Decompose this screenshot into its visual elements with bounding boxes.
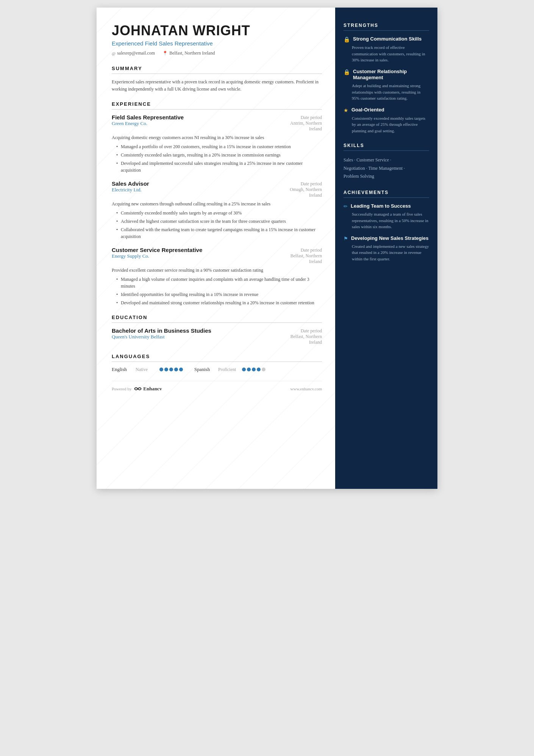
education-title: EDUCATION [112, 315, 322, 320]
job-company-3: Energy Supply Co. [112, 253, 149, 259]
strength-desc-2: Adept at building and maintaining strong… [344, 83, 429, 102]
experience-divider [112, 109, 322, 110]
strength-header-2: 🔒 Customer Relationship Management [344, 69, 429, 81]
strength-title-2: Customer Relationship Management [353, 69, 429, 81]
summary-divider [112, 74, 322, 74]
strength-item-1: 🔒 Strong Communication Skills Proven tra… [344, 36, 429, 63]
strength-header-1: 🔒 Strong Communication Skills [344, 36, 429, 43]
edu-institution-row: Queen's University Belfast Belfast, Nort… [112, 334, 322, 345]
job-desc-3: Provided excellent customer service resu… [112, 267, 322, 274]
bullet-item: Achieved the highest customer satisfacti… [116, 218, 322, 225]
language-english: English Native [112, 366, 183, 373]
email-text: salesrep@email.com [117, 50, 155, 56]
job-title-3: Customer Service Representative [112, 247, 202, 253]
resume-container: JOHNATAN WRIGHT Experienced Field Sales … [97, 8, 437, 489]
languages-divider [112, 362, 322, 362]
strength-desc-3: Consistently exceeded monthly sales targ… [344, 115, 429, 134]
edu-location-1: Belfast, NorthernIreland [290, 334, 322, 345]
languages-section: LANGUAGES English Native [112, 354, 322, 373]
dot [242, 368, 246, 371]
experience-title: EXPERIENCE [112, 101, 322, 107]
lang-level-spanish: Proficient [218, 367, 239, 373]
job-location-1: Antrim, NorthernIreland [290, 121, 322, 132]
bullet-item: Managed a high volume of customer inquir… [116, 276, 322, 290]
strength-header-3: ★ Goal-Oriented [344, 107, 429, 114]
strength-desc-1: Proven track record of effective communi… [344, 44, 429, 63]
footer-url: www.enhancv.com [290, 387, 322, 391]
achievements-title: ACHIEVEMENTS [344, 190, 429, 195]
language-spanish: Spanish Proficient [194, 366, 265, 373]
sidebar: STRENGTHS 🔒 Strong Communication Skills … [335, 8, 437, 489]
languages-title: LANGUAGES [112, 354, 322, 359]
job-company-2: Electricity Ltd. [112, 187, 142, 193]
strength-item-3: ★ Goal-Oriented Consistently exceeded mo… [344, 107, 429, 134]
dot [257, 368, 261, 371]
job-header-2: Sales Advisor Date period [112, 180, 322, 187]
location-text: Belfast, Northern Ireland [169, 50, 215, 56]
skills-title: SKILLS [344, 143, 429, 148]
job-item-3: Customer Service Representative Date per… [112, 247, 322, 306]
dot [179, 368, 183, 371]
candidate-title: Experienced Field Sales Representative [112, 40, 322, 47]
achievement-desc-2: Created and implemented a new sales stra… [344, 243, 429, 262]
edu-degree-1: Bachelor of Arts in Business Studies [112, 327, 211, 334]
strengths-section: STRENGTHS 🔒 Strong Communication Skills … [344, 23, 429, 134]
skills-line-2: Negotiation · Time Management · [344, 166, 405, 171]
contact-info: @ salesrep@email.com 📍 Belfast, Northern… [112, 50, 322, 56]
achievement-title-1: Leading Team to Success [351, 203, 411, 210]
job-company-1: Green Energy Co. [112, 121, 147, 127]
brand-name: Enhancv [143, 386, 162, 392]
location-icon: 📍 [162, 51, 168, 56]
job-desc-2: Acquiring new customers through outbound… [112, 200, 322, 207]
job-bullets-3: Managed a high volume of customer inquir… [112, 276, 322, 306]
summary-text: Experienced sales representative with a … [112, 78, 322, 93]
education-item-1: Bachelor of Arts in Business Studies Dat… [112, 327, 322, 345]
email-icon: @ [112, 51, 116, 56]
job-title-2: Sales Advisor [112, 180, 149, 187]
dot [169, 368, 173, 371]
job-header-1: Field Sales Representative Date period [112, 114, 322, 121]
lang-level-english: Native [136, 367, 156, 373]
achievements-divider [344, 197, 429, 198]
edu-date-1: Date period [301, 328, 322, 334]
achievement-header-2: ⚑ Developing New Sales Strategies [344, 235, 429, 242]
edu-header-1: Bachelor of Arts in Business Studies Dat… [112, 327, 322, 334]
lang-name-english: English [112, 366, 133, 373]
strengths-title: STRENGTHS [344, 23, 429, 28]
bullet-item: Consistently exceeded monthly sales targ… [116, 210, 322, 216]
strength-title-1: Strong Communication Skills [353, 36, 422, 42]
dot [174, 368, 178, 371]
job-date-2: Date period [301, 181, 322, 187]
education-section: EDUCATION Bachelor of Arts in Business S… [112, 315, 322, 345]
bullet-item: Managed a portfolio of over 200 customer… [116, 143, 322, 150]
skills-text: Sales · Customer Service · Negotiation ·… [344, 156, 429, 181]
email-contact: @ salesrep@email.com [112, 50, 155, 56]
achievement-title-2: Developing New Sales Strategies [351, 235, 428, 242]
education-divider [112, 322, 322, 323]
lang-dots-english [159, 368, 183, 371]
experience-section: EXPERIENCE Field Sales Representative Da… [112, 101, 322, 306]
languages-row: English Native Spanish Proficient [112, 366, 322, 373]
strength-icon-3: ★ [344, 107, 348, 114]
dot [262, 368, 265, 371]
job-location-3: Belfast, NorthernIreland [290, 253, 322, 265]
dot [247, 368, 251, 371]
strength-icon-2: 🔒 [344, 69, 350, 75]
dot [252, 368, 256, 371]
job-company-row-3: Energy Supply Co. Belfast, NorthernIrela… [112, 253, 322, 265]
strength-item-2: 🔒 Customer Relationship Management Adept… [344, 69, 429, 102]
job-company-row-1: Green Energy Co. Antrim, NorthernIreland [112, 121, 322, 132]
job-title-1: Field Sales Representative [112, 114, 184, 121]
strength-icon-1: 🔒 [344, 36, 350, 43]
bullet-item: Collaborated with the marketing team to … [116, 226, 322, 240]
achievement-item-2: ⚑ Developing New Sales Strategies Create… [344, 235, 429, 262]
location-contact: 📍 Belfast, Northern Ireland [162, 50, 215, 56]
bullet-item: Developed and implemented successful sal… [116, 160, 322, 174]
strengths-divider [344, 30, 429, 31]
dot [159, 368, 163, 371]
job-date-1: Date period [301, 115, 322, 121]
skills-line-3: Problem Solving [344, 174, 374, 179]
bullet-item: Identified opportunities for upselling r… [116, 291, 322, 298]
powered-by-text: Powered by [112, 387, 131, 391]
job-location-2: Omagh, NorthernIreland [290, 187, 322, 198]
